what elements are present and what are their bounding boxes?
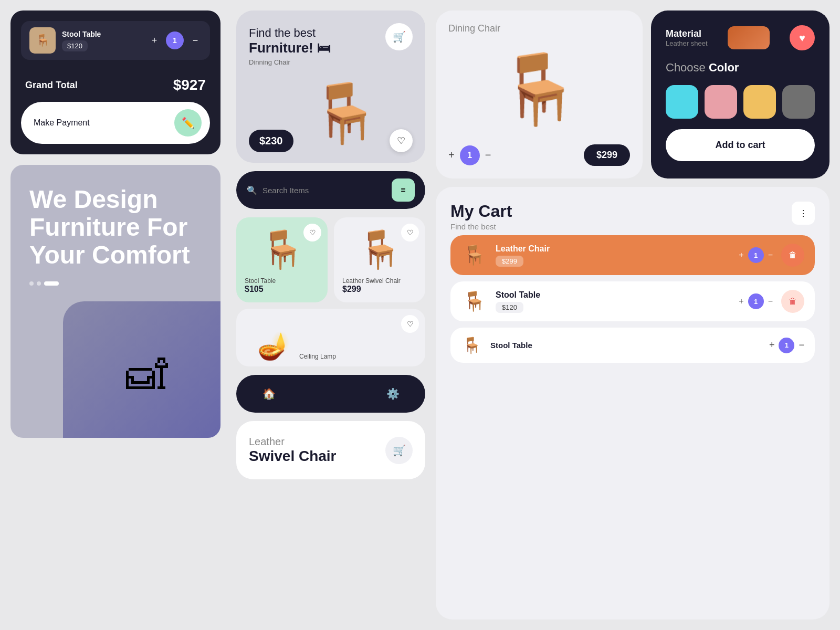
product-detail-cart-button[interactable]: 🛒 (385, 437, 413, 464)
cart-item-name: Stool Table (62, 30, 142, 38)
product-fav-stool[interactable]: ♡ (303, 224, 321, 242)
cart-items-stack: 🪑 Leather Chair $299 + 1 − 🗑 🪑 (450, 235, 815, 605)
make-payment-button[interactable]: Make Payment ✏️ (21, 102, 210, 144)
banner-fav-button[interactable]: ♡ (390, 129, 413, 152)
color-swatch-pink[interactable] (705, 85, 737, 119)
dining-label: Dining Chair (448, 23, 630, 34)
delete-leather-button[interactable]: 🗑 (781, 244, 804, 267)
stool-qty-minus[interactable]: − (799, 340, 804, 351)
color-swatch-cyan[interactable] (666, 85, 698, 119)
bottom-nav: 🏠 ⚙️ (236, 375, 425, 413)
home-nav-button[interactable]: 🏠 (257, 382, 280, 405)
stool-preview-name: Stool Table (490, 341, 761, 350)
search-input-area[interactable]: 🔍 Search Items (247, 185, 385, 195)
qty-controls: + 1 − (148, 32, 202, 49)
grand-total-row: Grand Total $927 (21, 68, 210, 102)
banner-cart-button[interactable]: 🛒 (385, 23, 413, 50)
cart-item-img-leather: 🪑 (461, 244, 487, 266)
cart-item-name-leather: Leather Chair (496, 244, 730, 254)
dining-chair-image: 🪑 (448, 34, 630, 144)
cart-item-info-leather: Leather Chair $299 (496, 244, 730, 267)
hero-line2: Furniture For (29, 214, 202, 242)
cart-top-section: 🪑 Stool Table $120 + 1 − Grand Total $92… (10, 10, 220, 154)
add-to-cart-button[interactable]: Add to cart (666, 129, 815, 161)
cart-item-leather-chair: 🪑 Leather Chair $299 + 1 − 🗑 (450, 235, 815, 275)
my-cart-subtitle: Find the best (450, 222, 512, 231)
qty-value-leather: 1 (748, 247, 764, 263)
hero-dots (29, 281, 202, 286)
product-name-lamp: Ceiling Lamp (299, 353, 336, 360)
left-panel: 🪑 Stool Table $120 + 1 − Grand Total $92… (0, 0, 231, 630)
stool-qty-plus[interactable]: + (769, 340, 775, 351)
dining-bottom: + 1 − $299 (448, 144, 630, 166)
qty-minus-stool[interactable]: − (768, 297, 773, 306)
right-panel: Dining Chair 🪑 + 1 − $299 Material Leath… (430, 0, 840, 630)
hero-line3: Your Comfort (29, 242, 202, 269)
product-card-swivel: ♡ 🪑 Leather Swivel Chair $299 (334, 217, 425, 302)
qty-plus-leather[interactable]: + (739, 250, 743, 260)
search-icon: 🔍 (247, 185, 257, 195)
cart-item-price-stool: $120 (496, 302, 523, 313)
stool-preview-qty: + 1 − (769, 338, 804, 353)
banner-card: Find the best Furniture! 🛏 Dinning Chair… (236, 10, 425, 163)
material-color-card: Material Leather sheet ♥ Choose Color Ad… (651, 10, 830, 178)
hero-line1: We Design (29, 186, 202, 214)
banner-chair-image: 🪑 (309, 79, 381, 147)
dining-card: Dining Chair 🪑 + 1 − $299 (436, 10, 643, 178)
hero-title: We Design Furniture For Your Comfort (29, 186, 202, 269)
dining-qty-minus[interactable]: − (485, 149, 491, 161)
hero-dot-2 (37, 281, 41, 286)
cart-item-qty-leather: + 1 − (739, 247, 773, 263)
my-cart-title-area: My Cart Find the best (450, 202, 512, 231)
right-top-section: Dining Chair 🪑 + 1 − $299 Material Leath… (436, 10, 830, 178)
hero-section: We Design Furniture For Your Comfort 🛋 (10, 165, 220, 438)
material-fav-button[interactable]: ♥ (790, 25, 815, 50)
cart-item-qty-stool: + 1 − (739, 293, 773, 309)
color-bold: Color (709, 61, 739, 74)
product-detail-name: Swivel Chair (249, 448, 337, 465)
grand-label-text: Grand Total (25, 80, 78, 90)
product-detail-info: Leather Swivel Chair (249, 436, 337, 465)
cart-item-price: $120 (62, 40, 88, 51)
material-subtitle: Leather sheet (666, 39, 708, 47)
qty-minus-leather[interactable]: − (768, 250, 773, 260)
cart-item-stool: 🪑 Stool Table $120 + 1 − 🗑 (450, 281, 815, 321)
filter-button[interactable]: ≡ (392, 178, 415, 202)
cart-item-img-stool: 🪑 (461, 290, 487, 312)
make-payment-label: Make Payment (34, 118, 90, 128)
qty-plus-button[interactable]: + (148, 34, 161, 47)
material-info: Material Leather sheet (666, 28, 708, 47)
my-cart-card: My Cart Find the best ⋮ 🪑 Leather Chair … (436, 187, 830, 620)
color-swatches (666, 85, 815, 119)
color-swatch-dark[interactable] (782, 85, 815, 119)
stool-qty-value: 1 (779, 338, 794, 353)
cart-item-name-stool: Stool Table (496, 290, 730, 300)
stool-bottom-card: 🪑 Stool Table + 1 − (450, 328, 815, 363)
product-grid: ♡ 🪑 Stool Table $105 ♡ 🪑 Leather Swivel … (236, 217, 425, 366)
middle-panel: Find the best Furniture! 🛏 Dinning Chair… (231, 0, 430, 630)
grand-total-amount: $927 (173, 77, 206, 93)
product-card-stool: ♡ 🪑 Stool Table $105 (236, 217, 328, 302)
material-swatch (728, 26, 770, 49)
cart-item-row: 🪑 Stool Table $120 + 1 − (21, 21, 210, 60)
bottom-right-section: My Cart Find the best ⋮ 🪑 Leather Chair … (436, 187, 830, 620)
product-detail-label: Leather (249, 436, 337, 448)
search-bar: 🔍 Search Items ≡ (236, 171, 425, 209)
qty-minus-button[interactable]: − (189, 34, 202, 47)
settings-nav-button[interactable]: ⚙️ (381, 382, 404, 405)
stool-preview-info: Stool Table (490, 341, 761, 350)
product-fav-swivel[interactable]: ♡ (401, 224, 419, 242)
banner-subtitle: Dinning Chair (249, 58, 413, 66)
cart-item-info: Stool Table $120 (62, 30, 142, 51)
product-image-lamp: 🪔 (257, 331, 290, 361)
qty-plus-stool[interactable]: + (739, 297, 743, 306)
cart-item-image: 🪑 (29, 27, 56, 54)
product-name-swivel: Leather Swivel Chair (342, 277, 417, 285)
dining-qty-plus[interactable]: + (448, 149, 455, 161)
stool-preview-image: 🪑 (461, 336, 482, 354)
my-cart-more-button[interactable]: ⋮ (792, 202, 815, 225)
product-fav-lamp[interactable]: ♡ (401, 315, 419, 333)
delete-stool-button[interactable]: 🗑 (781, 290, 804, 313)
color-swatch-yellow[interactable] (743, 85, 776, 119)
product-name-stool: Stool Table (245, 277, 319, 285)
